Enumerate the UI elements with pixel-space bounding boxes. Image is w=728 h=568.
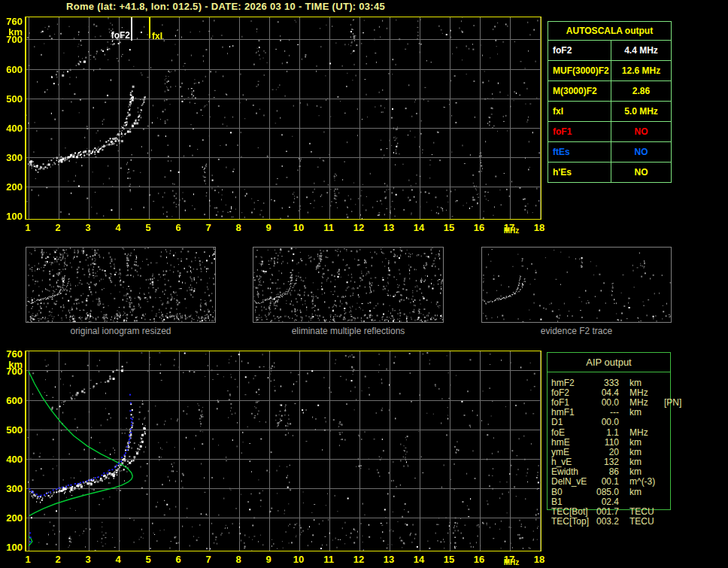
autoscala-param-value: NO — [611, 126, 671, 137]
aip-row: B0085.0km — [551, 487, 702, 497]
autoscala-row: M(3000)F22.86 — [548, 80, 671, 101]
x-tick: 7 — [199, 222, 218, 233]
aip-param-unit: km — [629, 457, 654, 467]
x-tick: 12 — [349, 554, 369, 565]
autoscala-row: MUF(3000)F212.6 MHz — [548, 60, 671, 80]
aip-param-label: foF1 — [551, 397, 593, 408]
thumbnail-caption-eliminate: eliminate multiple reflections — [253, 326, 444, 336]
aip-table-rows: hmF2333kmfoF204.4MHzfoF100.0MHz[PN]hmF1-… — [551, 378, 702, 527]
y-tick: 100 — [0, 211, 23, 222]
page-title: Rome (lat: +41.8, lon: 012.5) - DATE: 20… — [66, 1, 385, 12]
x-tick: 13 — [379, 222, 399, 233]
aip-row: hmF1---km — [551, 408, 702, 418]
ionogram-plot-top: foF2 fxI — [25, 17, 541, 220]
y-tick: 760 — [0, 16, 23, 27]
x-tick: 2 — [48, 554, 68, 565]
x-tick: 8 — [229, 554, 248, 565]
aip-param-label: Ewidth — [551, 466, 593, 477]
aip-param-label: h_vE — [551, 457, 593, 467]
aip-param-extra: [PN] — [664, 397, 681, 408]
autoscala-row: h'EsNO — [548, 162, 671, 182]
autoscala-table-rows: foF24.4 MHzMUF(3000)F212.6 MHzM(3000)F22… — [548, 40, 671, 182]
autoscala-row: foF24.4 MHz — [548, 40, 671, 60]
thumbnail-caption-evidence: evidence F2 trace — [481, 326, 672, 336]
aip-param-label: DelN_vE — [551, 476, 593, 487]
autoscala-param-value: 12.6 MHz — [611, 65, 671, 76]
aip-param-label: TEC[Bot] — [551, 506, 593, 517]
ionogram-canvas-top — [26, 17, 541, 219]
aip-param-value: 085.0 — [593, 487, 619, 497]
thumbnail-eliminate-reflections — [253, 247, 444, 323]
aip-param-unit: TECU — [629, 516, 654, 527]
aip-param-value: 110 — [593, 437, 619, 448]
x-tick: 6 — [168, 222, 188, 233]
y-tick: 300 — [0, 483, 23, 494]
aip-row: hmE110km — [551, 437, 702, 447]
aip-param-unit: MHz — [629, 427, 654, 438]
autoscala-table-title: AUTOSCALA output — [548, 22, 671, 40]
fof2-marker-label: foF2 — [105, 30, 130, 41]
aip-param-unit: km — [629, 407, 654, 418]
y-tick: 760 — [0, 348, 23, 360]
x-tick: 9 — [259, 222, 278, 233]
aip-param-unit: km — [629, 466, 654, 477]
y-tick: 200 — [0, 512, 23, 524]
aip-param-value: 02.4 — [593, 497, 619, 507]
autoscala-param-value: NO — [611, 167, 671, 178]
x-tick: 1 — [18, 554, 38, 565]
x-tick: 12 — [349, 222, 369, 233]
aip-param-value: 001.7 — [593, 506, 619, 517]
aip-row: hmF2333km — [551, 378, 702, 387]
thumbnail-canvas-evidence — [482, 248, 671, 322]
y-tick: 600 — [0, 395, 23, 406]
autoscala-param-value: 4.4 MHz — [611, 45, 671, 56]
thumbnail-original-ionogram — [26, 247, 216, 323]
autoscala-param-label: foF2 — [548, 41, 611, 60]
aip-row: TEC[Bot]001.7TECU — [551, 506, 702, 516]
aip-param-unit: km — [629, 378, 654, 388]
aip-table-title: AIP output — [548, 353, 670, 372]
x-tick: 2 — [48, 222, 68, 233]
aip-row: foE1.1MHz — [551, 427, 702, 437]
x-tick: 3 — [78, 554, 98, 565]
y-tick: 200 — [0, 181, 23, 193]
aip-row: DelN_vE00.1m^(-3) — [551, 477, 702, 487]
ionogram-canvas-bottom — [26, 351, 541, 551]
aip-param-value: 20 — [593, 447, 619, 457]
aip-row: D100.0 — [551, 418, 702, 427]
x-tick: 14 — [409, 554, 429, 565]
autoscala-param-label: M(3000)F2 — [548, 81, 611, 101]
aip-param-label: hmF1 — [551, 407, 593, 418]
x-tick: 6 — [168, 554, 188, 565]
fxi-marker-label: fxI — [152, 31, 162, 41]
aip-param-value: 86 — [593, 466, 619, 477]
aip-row: TEC[Top]003.2TECU — [551, 517, 702, 527]
x-tick: 10 — [289, 554, 308, 565]
aip-param-label: hmE — [551, 437, 593, 448]
x-tick: 18 — [529, 554, 549, 565]
y-tick: 500 — [0, 424, 23, 436]
aip-param-unit: m^(-3) — [629, 476, 654, 487]
autoscala-param-value: NO — [611, 147, 671, 157]
aip-param-label: ymE — [551, 447, 593, 457]
autoscala-row: ftEsNO — [548, 141, 671, 162]
x-tick: 15 — [439, 222, 459, 233]
autoscala-param-label: foF1 — [548, 122, 611, 141]
autoscala-param-value: 2.86 — [611, 86, 671, 96]
aip-param-value: 00.1 — [593, 476, 619, 487]
x-tick: 14 — [409, 222, 429, 233]
thumbnail-caption-original: original ionogram resized — [26, 326, 216, 336]
aip-param-value: 1.1 — [593, 427, 619, 438]
x-tick: 5 — [138, 554, 158, 565]
autoscala-param-label: ftEs — [548, 142, 611, 162]
aip-param-label: foF2 — [551, 387, 593, 398]
x-tick: 13 — [379, 554, 399, 565]
aip-row: foF204.4MHz — [551, 387, 702, 397]
autoscala-output-table: AUTOSCALA output foF24.4 MHzMUF(3000)F21… — [548, 21, 672, 183]
ionogram-plot-bottom — [25, 351, 541, 551]
aip-row: foF100.0MHz[PN] — [551, 397, 702, 407]
thumbnail-canvas-eliminate — [253, 248, 443, 322]
x-axis-unit: MHz — [500, 558, 523, 566]
autoscala-row: foF1NO — [548, 121, 671, 141]
aip-param-value: 04.4 — [593, 387, 619, 398]
